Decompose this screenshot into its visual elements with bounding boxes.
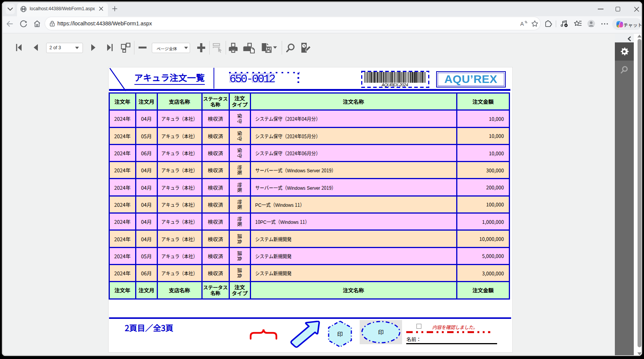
svg-text:AQUREX-2024: AQUREX-2024	[381, 82, 408, 87]
svg-text:印: 印	[378, 328, 384, 336]
svg-text:650-0012: 650-0012	[229, 72, 276, 84]
svg-text:印: 印	[337, 330, 343, 338]
